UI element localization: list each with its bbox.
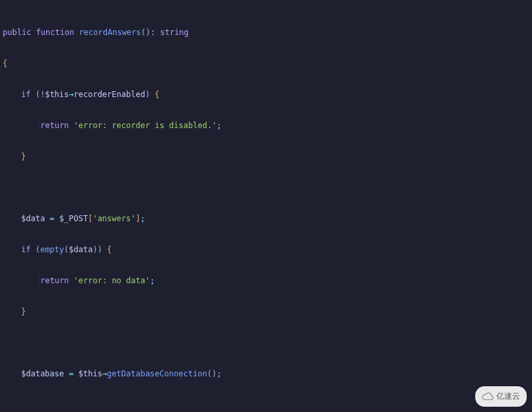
ret-type: string — [160, 28, 188, 37]
watermark-text: 亿速云 — [496, 389, 520, 405]
kw-public: public — [3, 28, 31, 37]
code-block: public function recordAnswers(): string … — [3, 9, 532, 412]
str-err-nodata: 'error: no data' — [74, 276, 150, 285]
str-err-disabled: 'error: recorder is disabled.' — [74, 121, 217, 130]
watermark-badge: 亿速云 — [475, 386, 527, 407]
fn-name: recordAnswers — [79, 28, 141, 37]
cloud-icon — [482, 389, 494, 405]
kw-function: function — [36, 28, 75, 37]
kw-if: if — [21, 90, 30, 99]
kw-return: return — [40, 121, 69, 130]
